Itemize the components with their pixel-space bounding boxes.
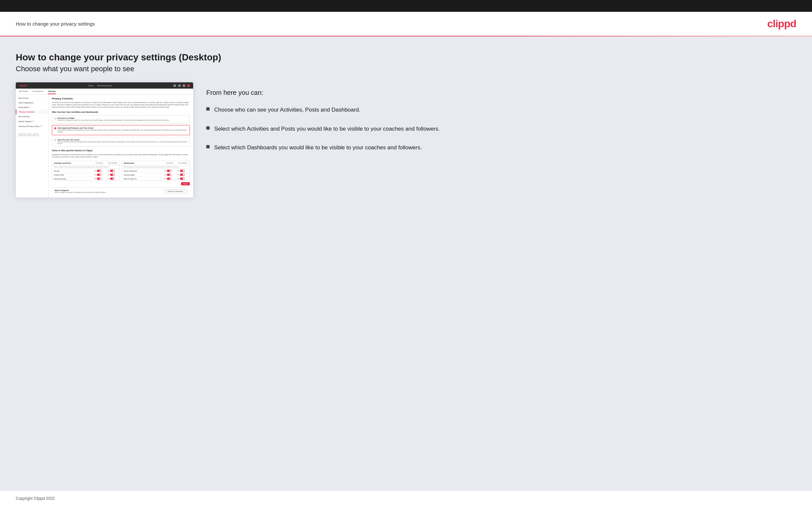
subnav-connections[interactable]: Connections: [33, 90, 43, 94]
radio-desc-followers-coach: Only approved followers and coaches you …: [57, 129, 188, 133]
mockup-subnav: My Profile Connections Settings: [16, 89, 193, 95]
sidebar-service-privacy[interactable]: Service & Privacy Policy ↗: [16, 124, 48, 129]
dash-followers-col-label: FOLLOWERS: [177, 162, 188, 164]
radio-circle-followers-coach: [54, 127, 56, 129]
toggle-pill: [110, 174, 115, 176]
toggle-row-what-to-work-on: What To Work On ON ON: [122, 177, 190, 180]
radio-label-only-you: Only You and Your Coach: [57, 139, 188, 141]
sidebar-version: Clippd Client Version: 2022.8.2SQL Serve…: [16, 131, 48, 138]
settings-icon[interactable]: [183, 84, 185, 87]
radio-desc-only-you: Only you and the coaches you connect wit…: [57, 141, 188, 145]
save-button[interactable]: Save: [181, 182, 190, 185]
toggle-section-desc: Regardless of the privacy controls that …: [52, 154, 190, 158]
bullet-item-1: Choose who can see your Activities, Post…: [206, 106, 796, 114]
rounds-coaches-toggle[interactable]: ON: [94, 170, 105, 172]
mockup-sidebar: My Account› Data Integrations› Subscript…: [16, 95, 49, 198]
copyright-text: Copyright Clippd 2022: [16, 496, 55, 501]
bullet-square-2: [206, 126, 210, 130]
bullet-text-3: Select which Dashboards you would like t…: [214, 144, 422, 152]
visibility-radio-group: Everyone on Clippd Everyone on Clippd ca…: [52, 115, 190, 147]
bullet-list: Choose who can see your Activities, Post…: [206, 106, 796, 152]
logo: clippd: [767, 18, 796, 30]
bullet-square-3: [206, 145, 210, 148]
top-bar: [0, 0, 812, 12]
screenshot-column: clippd Home My Performance My Profile: [16, 82, 193, 198]
activities-col-labels: COACHES FOLLOWERS: [94, 162, 118, 164]
radio-everyone[interactable]: Everyone on Clippd Everyone on Clippd ca…: [52, 115, 190, 123]
radio-label-followers-coach: Only Approved Followers and Your Coach: [57, 127, 188, 129]
sidebar-help-support[interactable]: Help & Support ↗: [16, 119, 48, 124]
help-section: Help & Support Visit our Clippd communit…: [52, 187, 190, 195]
radio-desc-everyone: Everyone on Clippd can search for you an…: [57, 119, 169, 121]
sidebar-subscription[interactable]: Subscription›: [16, 105, 48, 110]
player-coaches-toggle[interactable]: ON: [164, 170, 175, 172]
mockup-nav-icons: [173, 84, 190, 87]
info-title: From here you can:: [206, 89, 796, 97]
info-column: From here you can: Choose who can see yo…: [206, 82, 796, 162]
sidebar-privacy-controls[interactable]: Privacy Controls›: [16, 110, 48, 114]
mockup-nav-home[interactable]: Home: [88, 84, 94, 87]
search-icon[interactable]: [173, 84, 176, 87]
mockup-logo: clippd: [19, 84, 27, 87]
insights-coaches-toggle[interactable]: ON: [164, 174, 175, 176]
header-title: How to change your privacy settings: [16, 21, 95, 26]
subnav-settings[interactable]: Settings: [48, 90, 56, 94]
work-followers-toggle[interactable]: ON: [177, 177, 188, 180]
avatar[interactable]: [187, 84, 190, 87]
toggle-row-practice: Practice Drills ON ON: [52, 173, 119, 177]
footer: Copyright Clippd 2022: [0, 491, 812, 506]
rounds-followers-toggle[interactable]: ON: [107, 170, 118, 172]
followers-col-label: FOLLOWERS: [107, 162, 118, 164]
bullet-text-1: Choose who can see your Activities, Post…: [214, 106, 360, 114]
mockup-nav-links: Home My Performance: [88, 84, 112, 87]
radio-label-everyone: Everyone on Clippd: [57, 117, 169, 119]
player-followers-toggle[interactable]: ON: [177, 170, 188, 172]
radio-followers-coach[interactable]: Only Approved Followers and Your Coach O…: [52, 125, 190, 135]
main-content: How to change your privacy settings (Des…: [0, 37, 812, 491]
practice-coaches-toggle[interactable]: ON: [94, 174, 105, 176]
header: How to change your privacy settings clip…: [0, 12, 812, 36]
mockup-nav-performance[interactable]: My Performance: [98, 84, 112, 87]
privacy-controls-desc: Control how you and your data appears to…: [52, 101, 190, 108]
sidebar-my-golf-bag[interactable]: My Golf Bag›: [16, 114, 48, 119]
toggle-tables: Activities and Posts COACHES FOLLOWERS S…: [52, 161, 190, 181]
insights-followers-toggle[interactable]: ON: [177, 174, 188, 176]
radio-circle-only-you: [54, 139, 56, 141]
work-coaches-toggle[interactable]: ON: [164, 177, 175, 180]
activities-table: Activities and Posts COACHES FOLLOWERS S…: [52, 161, 120, 181]
toggle-pill: [110, 177, 115, 180]
activities-title: Activities and Posts: [54, 162, 94, 164]
toggle-pill: [97, 170, 101, 172]
visit-community-button[interactable]: Visit Our Community ↗: [164, 189, 187, 193]
mockup-body: My Account› Data Integrations› Subscript…: [16, 95, 193, 198]
radio-only-you-coach[interactable]: Only You and Your Coach Only you and the…: [52, 137, 190, 147]
bullet-item-2: Select which Activities and Posts you wo…: [206, 125, 796, 133]
toggle-pill: [110, 170, 115, 172]
page-heading: How to change your privacy settings (Des…: [16, 52, 796, 63]
sidebar-my-account[interactable]: My Account›: [16, 96, 48, 100]
toggle-pill: [97, 177, 101, 180]
toggle-row-rounds: Rounds ON ON: [52, 169, 119, 173]
toggle-row-player-dashboard: Player Dashboard ON ON: [122, 169, 190, 173]
dashboards-desc: Select the types of activity that you'd …: [122, 165, 190, 169]
toggle-pill: [180, 174, 185, 176]
help-desc: Visit our Clippd community to troublesho…: [55, 192, 106, 193]
subnav-myprofile[interactable]: My Profile: [19, 90, 28, 94]
privacy-controls-title: Privacy Controls: [52, 97, 190, 100]
page-subheading: Choose what you want people to see: [16, 65, 796, 73]
save-row: Save: [52, 181, 190, 186]
app-mockup: clippd Home My Performance My Profile: [16, 82, 193, 198]
sidebar-data-integrations[interactable]: Data Integrations›: [16, 100, 48, 105]
dash-coaches-col-label: COACHES: [164, 162, 175, 164]
manual-followers-toggle[interactable]: ON: [107, 177, 118, 180]
dashboards-table: Dashboards COACHES FOLLOWERS Select the …: [122, 161, 190, 181]
manual-coaches-toggle[interactable]: ON: [94, 177, 105, 180]
practice-followers-toggle[interactable]: ON: [107, 174, 118, 176]
mockup-nav: clippd Home My Performance: [16, 82, 193, 89]
toggle-row-manual: Manual Activities ON ON: [52, 177, 119, 180]
dashboards-title: Dashboards: [124, 162, 164, 164]
toggle-pill: [167, 177, 171, 180]
activities-desc: Select the types of activity that you'd …: [52, 165, 119, 169]
grid-icon[interactable]: [178, 84, 181, 87]
toggle-pill: [180, 170, 185, 172]
